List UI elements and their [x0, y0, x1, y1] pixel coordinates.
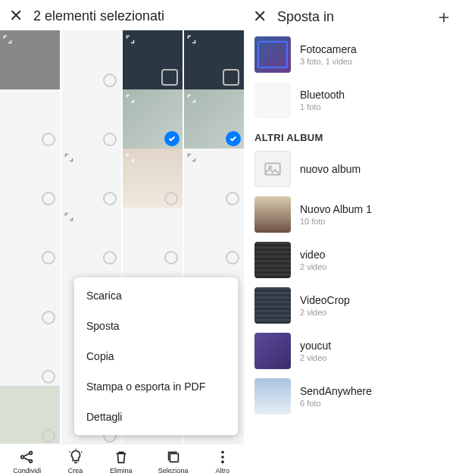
- gallery-selection-pane: ✕ 2 elementi selezionati: [0, 0, 244, 476]
- select-circle-icon: [103, 74, 117, 87]
- select-circle-icon: [103, 251, 117, 265]
- expand-icon: [187, 92, 196, 102]
- select-circle-icon: [42, 429, 55, 443]
- thumbnail[interactable]: [0, 89, 60, 149]
- album-meta: 2 video: [300, 262, 326, 271]
- select-circle-icon: [42, 370, 55, 384]
- select-circle-icon: [42, 192, 55, 205]
- album-name: nuovo album: [300, 163, 361, 175]
- svg-point-2: [29, 460, 32, 463]
- thumbnail[interactable]: [61, 149, 121, 208]
- more-button[interactable]: Altro: [214, 449, 231, 474]
- album-new[interactable]: nuovo album: [244, 146, 462, 192]
- select-circle-icon: [103, 192, 117, 205]
- thumbnail[interactable]: [184, 30, 244, 90]
- album-fotocamera[interactable]: Fotocamera 3 foto, 1 video: [244, 32, 462, 77]
- thumbnail[interactable]: [0, 386, 60, 443]
- album-videocrop[interactable]: VideoCrop 2 video: [244, 283, 462, 328]
- left-header: ✕ 2 elementi selezionati: [0, 0, 244, 30]
- thumbnail[interactable]: [0, 268, 60, 327]
- album-thumb: [254, 242, 291, 278]
- album-thumb: [254, 36, 291, 73]
- album-meta: 3 foto, 1 video: [300, 57, 357, 66]
- bottom-toolbar: Condividi Crea Elimina Seleziona Altro: [0, 443, 244, 476]
- move-to-pane: ✕ Sposta in ＋ Fotocamera 3 foto, 1 video…: [244, 0, 462, 476]
- album-list: Fotocamera 3 foto, 1 video Bluetooth 1 f…: [244, 32, 462, 476]
- select-circle-icon: [42, 133, 55, 146]
- thumbnail[interactable]: [61, 208, 121, 268]
- create-label: Crea: [68, 467, 83, 474]
- add-album-button[interactable]: ＋: [435, 8, 453, 26]
- select-button[interactable]: Seleziona: [158, 449, 189, 474]
- album-thumb: [254, 82, 291, 118]
- menu-item-download[interactable]: Scarica: [74, 280, 238, 311]
- thumbnail[interactable]: [184, 208, 244, 268]
- delete-button[interactable]: Elimina: [110, 449, 133, 474]
- select-circle-icon: [161, 69, 178, 86]
- expand-icon: [64, 152, 73, 161]
- album-thumb: [254, 333, 291, 369]
- thumbnail[interactable]: [61, 89, 121, 149]
- select-circle-icon: [42, 311, 55, 324]
- svg-point-6: [221, 461, 224, 464]
- album-thumb: [254, 378, 291, 415]
- share-button[interactable]: Condividi: [13, 449, 41, 474]
- expand-icon: [187, 33, 196, 42]
- thumbnail[interactable]: [184, 149, 244, 208]
- album-meta: 1 foto: [300, 102, 345, 111]
- album-thumb-placeholder: [254, 151, 291, 187]
- expand-icon: [187, 152, 196, 161]
- album-name: Nuovo Album 1: [300, 203, 372, 215]
- album-info: youcut 2 video: [300, 340, 331, 362]
- album-name: video: [300, 249, 326, 261]
- menu-item-copy[interactable]: Copia: [74, 341, 238, 371]
- select-circle-icon: [226, 192, 239, 205]
- select-circle-icon: [164, 192, 178, 205]
- more-icon: [214, 449, 231, 465]
- thumbnail[interactable]: [0, 208, 60, 268]
- album-youcut[interactable]: youcut 2 video: [244, 328, 462, 374]
- album-meta: 2 video: [300, 308, 350, 317]
- album-nuovo-1[interactable]: Nuovo Album 1 10 foto: [244, 192, 462, 237]
- expand-icon: [126, 33, 135, 42]
- close-selection-button[interactable]: ✕: [9, 8, 23, 24]
- thumbnail[interactable]: [0, 327, 60, 387]
- thumbnail-selected[interactable]: [184, 89, 244, 149]
- thumbnail[interactable]: [61, 30, 121, 90]
- more-label: Altro: [216, 467, 230, 474]
- expand-icon: [126, 152, 135, 161]
- select-circle-icon: [103, 133, 117, 146]
- album-info: video 2 video: [300, 249, 326, 271]
- album-name: Bluetooth: [300, 89, 345, 101]
- thumbnail-selected[interactable]: [123, 89, 183, 149]
- menu-item-move[interactable]: Sposta: [74, 311, 238, 341]
- album-thumb: [254, 287, 291, 324]
- thumbnail[interactable]: [123, 208, 183, 268]
- thumbnail[interactable]: [0, 149, 60, 208]
- select-all-icon: [165, 449, 182, 465]
- thumbnail[interactable]: [0, 30, 60, 90]
- expand-icon: [64, 211, 73, 220]
- album-name: Fotocamera: [300, 43, 357, 55]
- selection-title: 2 elementi selezionati: [33, 8, 164, 24]
- check-icon: [164, 131, 179, 146]
- close-move-button[interactable]: ✕: [253, 8, 267, 25]
- album-name: youcut: [300, 340, 331, 352]
- album-sendanywhere[interactable]: SendAnywhere 6 foto: [244, 374, 462, 419]
- menu-item-details[interactable]: Dettagli: [74, 402, 238, 432]
- album-info: SendAnywhere 6 foto: [300, 385, 372, 408]
- album-name: SendAnywhere: [300, 385, 372, 397]
- menu-item-print-export[interactable]: Stampa o esporta in PDF: [74, 371, 238, 402]
- album-bluetooth[interactable]: Bluetooth 1 foto: [244, 77, 462, 123]
- lightbulb-icon: [67, 449, 84, 465]
- album-video[interactable]: video 2 video: [244, 237, 462, 283]
- share-label: Condividi: [13, 467, 41, 474]
- check-icon: [226, 131, 241, 146]
- thumbnail[interactable]: [123, 149, 183, 208]
- create-button[interactable]: Crea: [67, 449, 84, 474]
- right-header: ✕ Sposta in ＋: [244, 0, 462, 32]
- context-menu: Scarica Sposta Copia Stampa o esporta in…: [74, 277, 238, 435]
- album-info: Nuovo Album 1 10 foto: [300, 203, 372, 226]
- select-circle-icon: [42, 251, 55, 265]
- thumbnail[interactable]: [123, 30, 183, 90]
